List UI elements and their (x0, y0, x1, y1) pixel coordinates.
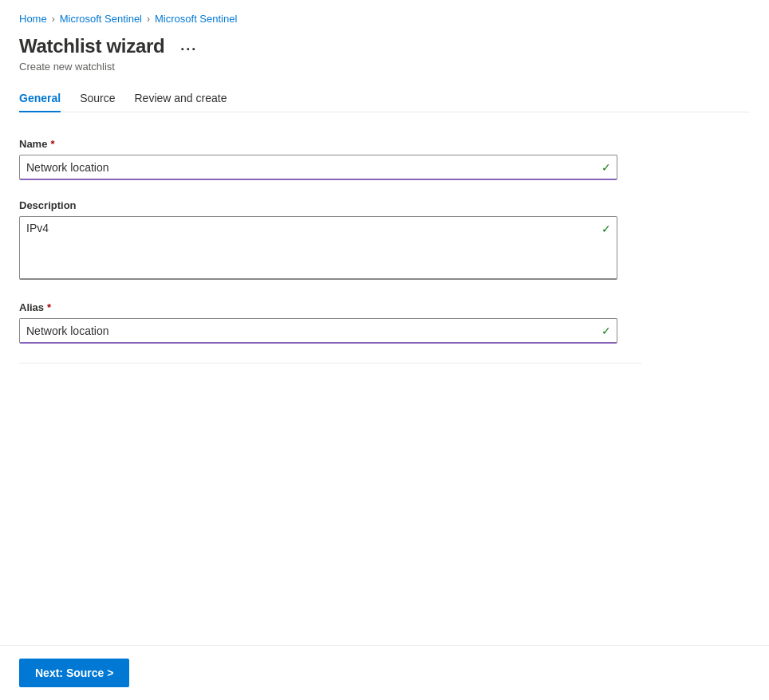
breadcrumb-sentinel-1[interactable]: Microsoft Sentinel (60, 13, 142, 25)
alias-required-star: * (47, 301, 51, 313)
page-header: Watchlist wizard ... (19, 34, 750, 57)
alias-input-wrapper: ✓ (19, 318, 617, 344)
tabs-container: General Source Review and create (19, 85, 750, 112)
description-form-group: Description IPv4 ✓ (19, 199, 641, 282)
next-source-button[interactable]: Next: Source > (19, 659, 129, 687)
form-divider (19, 363, 641, 364)
description-input-wrapper: IPv4 ✓ (19, 216, 617, 282)
tab-general[interactable]: General (19, 85, 61, 112)
alias-form-group: Alias * ✓ (19, 301, 641, 344)
page-title: Watchlist wizard (19, 35, 164, 57)
breadcrumb-home[interactable]: Home (19, 13, 47, 25)
alias-input[interactable] (19, 318, 617, 344)
description-label-text: Description (19, 199, 77, 211)
tab-review-and-create[interactable]: Review and create (135, 85, 227, 112)
breadcrumb: Home › Microsoft Sentinel › Microsoft Se… (19, 13, 750, 25)
page-container: Home › Microsoft Sentinel › Microsoft Se… (0, 0, 769, 700)
form-content: Name * ✓ Description IPv4 ✓ Alias * (19, 112, 641, 395)
page-subtitle: Create new watchlist (19, 61, 750, 73)
alias-label: Alias * (19, 301, 641, 313)
name-label: Name * (19, 138, 641, 150)
breadcrumb-sentinel-2[interactable]: Microsoft Sentinel (155, 13, 237, 25)
name-form-group: Name * ✓ (19, 138, 641, 180)
footer: Next: Source > (0, 645, 769, 700)
name-input[interactable] (19, 155, 617, 180)
tab-source[interactable]: Source (80, 85, 115, 112)
name-label-text: Name (19, 138, 47, 150)
breadcrumb-sep-2: › (147, 14, 150, 25)
breadcrumb-sep-1: › (52, 14, 55, 25)
alias-label-text: Alias (19, 301, 44, 313)
description-label: Description (19, 199, 641, 211)
description-textarea[interactable]: IPv4 (19, 216, 617, 280)
name-required-star: * (50, 138, 54, 150)
more-options-button[interactable]: ... (174, 34, 203, 57)
name-input-wrapper: ✓ (19, 155, 617, 180)
